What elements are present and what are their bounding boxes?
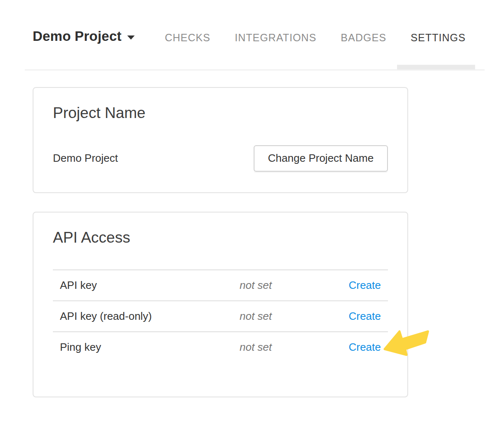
ping-key-create-link[interactable]: Create bbox=[349, 341, 381, 353]
tab-settings[interactable]: SETTINGS bbox=[411, 32, 466, 44]
api-key-readonly-value: not set bbox=[240, 310, 328, 323]
change-project-name-button[interactable]: Change Project Name bbox=[254, 145, 388, 172]
tab-integrations[interactable]: INTEGRATIONS bbox=[235, 32, 316, 44]
api-key-readonly-action-cell: Create bbox=[328, 310, 388, 323]
api-key-action-cell: Create bbox=[328, 279, 388, 292]
api-key-readonly-label: API key (read-only) bbox=[53, 310, 240, 323]
nav-divider bbox=[25, 69, 485, 71]
tab-checks[interactable]: CHECKS bbox=[165, 32, 210, 44]
project-switcher-label: Demo Project bbox=[33, 28, 121, 44]
api-keys-table: API key not set Create API key (read-onl… bbox=[53, 269, 388, 362]
table-row-api-key-readonly: API key (read-only) not set Create bbox=[53, 300, 388, 331]
api-access-card-title: API Access bbox=[53, 229, 388, 247]
project-switcher-dropdown[interactable]: Demo Project bbox=[33, 28, 135, 45]
ping-key-action-cell: Create bbox=[328, 341, 388, 354]
ping-key-label: Ping key bbox=[53, 341, 240, 354]
project-name-row: Demo Project Change Project Name bbox=[53, 145, 388, 172]
project-name-value: Demo Project bbox=[53, 152, 118, 165]
api-key-value: not set bbox=[240, 279, 328, 292]
api-key-label: API key bbox=[53, 279, 240, 292]
api-key-create-link[interactable]: Create bbox=[349, 279, 381, 291]
table-row-ping-key: Ping key not set Create bbox=[53, 331, 388, 362]
table-row-api-key: API key not set Create bbox=[53, 269, 388, 300]
caret-down-icon bbox=[127, 35, 135, 40]
project-name-card: Project Name Demo Project Change Project… bbox=[33, 87, 408, 193]
ping-key-value: not set bbox=[240, 341, 328, 354]
tab-badges[interactable]: BADGES bbox=[341, 32, 386, 44]
api-key-readonly-create-link[interactable]: Create bbox=[349, 310, 381, 322]
project-settings-page: Demo Project CHECKS INTEGRATIONS BADGES … bbox=[0, 0, 504, 437]
project-name-card-title: Project Name bbox=[53, 104, 388, 122]
api-access-card: API Access API key not set Create API ke… bbox=[33, 212, 408, 397]
main-nav: CHECKS INTEGRATIONS BADGES SETTINGS bbox=[165, 32, 466, 44]
